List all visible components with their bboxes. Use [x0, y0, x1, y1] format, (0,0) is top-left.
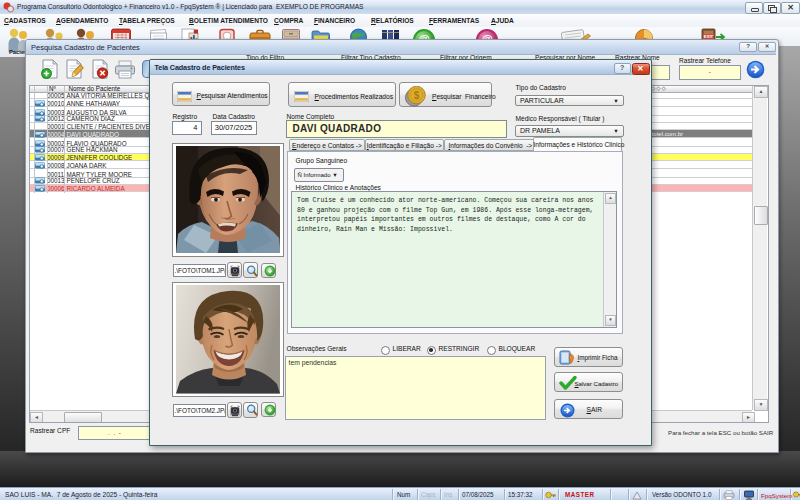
svg-text:$: $ [414, 90, 420, 101]
